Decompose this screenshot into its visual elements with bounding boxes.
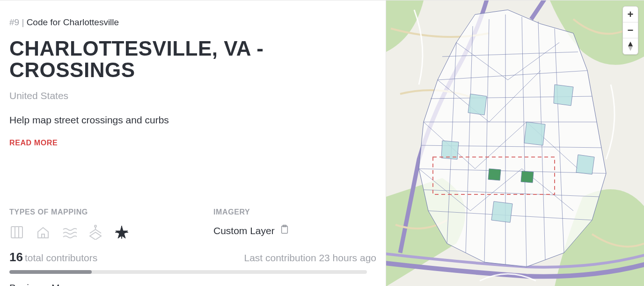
last-contribution: Last contribution 23 hours ago [244, 252, 376, 264]
svg-marker-33 [524, 122, 545, 145]
zoom-in-button[interactable]: + [623, 7, 638, 22]
svg-marker-42 [628, 42, 633, 46]
details-columns: TYPES OF MAPPING [9, 208, 376, 240]
imagery-row: Custom Layer [213, 225, 289, 236]
minus-icon: − [628, 24, 634, 36]
map-panel[interactable]: + − [386, 0, 644, 286]
contributors-stat: 16total contributors [9, 250, 97, 265]
imagery-label: IMAGERY [213, 208, 289, 216]
project-id: #9 [9, 17, 19, 27]
svg-rect-0 [11, 227, 22, 238]
svg-marker-38 [576, 155, 594, 174]
contributors-count: 16 [9, 250, 23, 264]
progress-fill [9, 270, 92, 274]
map-canvas[interactable] [386, 0, 644, 286]
landuse-icon [88, 225, 103, 240]
stats-row: 16total contributors Last contribution 2… [9, 250, 376, 265]
imagery-section: IMAGERY Custom Layer [213, 208, 289, 240]
buildings-icon [36, 225, 51, 240]
map-controls: + − [622, 6, 638, 55]
compass-icon [627, 41, 634, 51]
svg-marker-34 [468, 94, 487, 115]
svg-marker-39 [488, 169, 501, 180]
progress-bar [9, 270, 367, 274]
types-label: TYPES OF MAPPING [9, 208, 129, 216]
mapper-level: Beginner Mapper [9, 282, 376, 286]
svg-rect-3 [42, 234, 44, 238]
breadcrumb-sep: | [19, 17, 27, 27]
svg-marker-35 [554, 85, 573, 106]
app-root: #9 | Code for Charlottesville CHARLOTTES… [0, 0, 644, 286]
types-section: TYPES OF MAPPING [9, 208, 129, 240]
country-label: United States [9, 90, 376, 101]
project-description: Help map street crossings and curbs [9, 114, 376, 126]
mapping-type-icons [9, 225, 129, 240]
zoom-out-button[interactable]: − [623, 22, 638, 38]
read-more-link[interactable]: READ MORE [9, 139, 376, 147]
imagery-value: Custom Layer [213, 225, 275, 236]
svg-marker-40 [521, 171, 534, 183]
waterways-icon [62, 225, 77, 240]
page-title: CHARLOTTESVILLE, VA - CROSSINGS [9, 38, 376, 81]
other-icon [114, 225, 129, 240]
roads-icon [9, 225, 24, 240]
compass-button[interactable] [623, 38, 638, 54]
svg-marker-36 [491, 201, 512, 222]
contributors-label: total contributors [25, 252, 97, 263]
breadcrumb: #9 | Code for Charlottesville [9, 17, 376, 28]
left-panel: #9 | Code for Charlottesville CHARLOTTES… [0, 0, 386, 286]
svg-point-4 [95, 225, 96, 227]
org-link[interactable]: Code for Charlottesville [27, 17, 119, 27]
plus-icon: + [628, 8, 634, 21]
clipboard-icon[interactable] [280, 225, 289, 236]
svg-marker-43 [628, 46, 633, 51]
